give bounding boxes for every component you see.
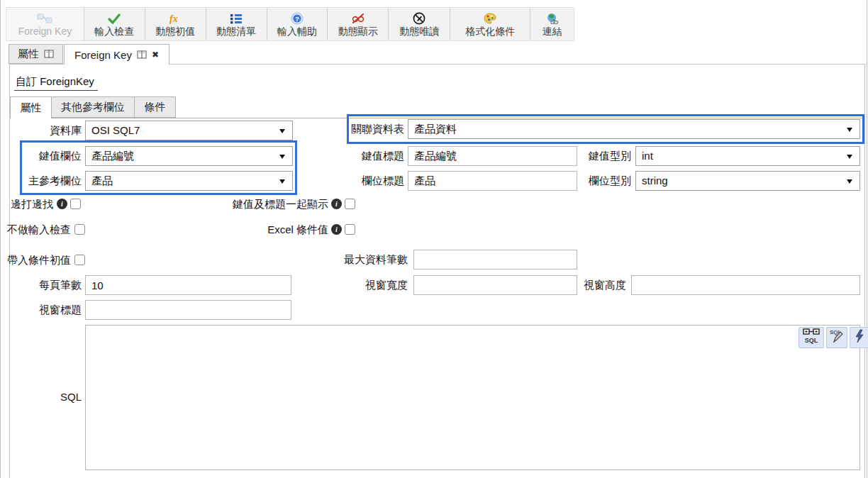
tab-foreign-key[interactable]: Foreign Key ✖ (64, 44, 169, 65)
tab-label: 屬性 (18, 48, 39, 61)
subtab-label: 屬性 (21, 101, 42, 115)
chevron-down-icon (279, 129, 285, 133)
toolbar-button-label: 動態清單 (216, 26, 256, 37)
main-ref-field-select[interactable]: 產品 (85, 171, 293, 191)
chevron-down-icon (847, 155, 852, 159)
foreign-key-icon (37, 11, 52, 26)
svg-text:SQL: SQL (805, 337, 818, 344)
palette-icon (484, 11, 496, 26)
subtab-label: 其他參考欄位 (61, 101, 125, 114)
toolbar-button-foreign-key[interactable]: Foreign Key (6, 8, 84, 40)
panel-right-border (864, 64, 865, 478)
sql-label: SQL (43, 391, 82, 403)
related-table-select[interactable]: 產品資料 (408, 119, 860, 139)
main-ref-field-label: 主參考欄位 (0, 171, 82, 191)
max-records-input[interactable] (413, 250, 577, 269)
no-input-check-checkbox[interactable] (74, 224, 85, 235)
sql-builder-button[interactable]: SQL (799, 327, 824, 348)
field-type-select-value: string (642, 174, 668, 187)
toolbar-button-label: 動態顯示 (338, 26, 378, 37)
sql-toolbar: SQL SQL (799, 327, 868, 348)
key-field-label: 鍵值欄位 (0, 146, 82, 166)
show-key-title-checkbox[interactable] (345, 199, 355, 209)
sql-edit-button[interactable]: SQL (826, 327, 847, 348)
key-field-select[interactable]: 產品編號 (85, 146, 293, 166)
window-width-input[interactable] (413, 275, 577, 295)
toolbar: Foreign Key 輸入檢查 fx 動態初值 動態清單 (6, 7, 574, 41)
show-key-title-label: 鍵值及標題一起顯示 (213, 199, 328, 210)
field-type-select[interactable]: string (635, 171, 860, 191)
sql-edit-icon: SQL (828, 328, 845, 348)
list-icon (230, 11, 243, 26)
toolbar-button-label: 輸入檢查 (94, 26, 134, 37)
subtab-other-ref-fields[interactable]: 其他參考欄位 (51, 96, 135, 118)
field-title-input[interactable] (408, 171, 577, 191)
search-as-type-checkbox[interactable] (70, 199, 81, 209)
excel-condition-checkbox[interactable] (345, 224, 355, 235)
toolbar-button-format-condition[interactable]: 格式化條件 (450, 8, 530, 40)
toolbar-button-label: 連結 (542, 26, 562, 37)
key-type-select-value: int (642, 150, 653, 162)
close-icon[interactable]: ✖ (152, 50, 159, 59)
toolbar-button-label: Foreign Key (18, 26, 72, 37)
window-right-border (867, 0, 867, 478)
toolbar-button-dynamic-list[interactable]: 動態清單 (206, 8, 267, 40)
toolbar-button-input-assist[interactable]: ? 輸入輔助 (267, 8, 328, 40)
tab-label: Foreign Key (74, 49, 132, 61)
open-book-icon (44, 50, 54, 58)
window-title-label: 視窗標題 (0, 300, 82, 320)
key-title-label: 鍵值標題 (326, 146, 404, 166)
related-table-label: 關聯資料表 (326, 119, 404, 139)
sql-textarea[interactable] (85, 325, 860, 470)
toolbar-button-dynamic-display[interactable]: 動態顯示 (328, 8, 389, 40)
database-select-value: OSI SQL7 (91, 124, 140, 136)
max-records-label: 最大資料筆數 (319, 250, 408, 269)
bring-condition-init-checkbox[interactable] (74, 255, 85, 265)
info-icon[interactable]: i (331, 224, 342, 235)
toolbar-button-dynamic-init[interactable]: fx 動態初值 (145, 8, 206, 40)
svg-text:fx: fx (169, 13, 178, 24)
search-as-type-label: 邊打邊找 (0, 199, 53, 210)
globe-link-icon (546, 11, 559, 26)
sql-run-button[interactable] (850, 327, 868, 348)
bring-condition-init-label: 帶入條件初值 (0, 255, 71, 266)
page-size-label: 每頁筆數 (0, 275, 82, 295)
toolbar-button-dynamic-readonly[interactable]: 動態唯讀 (389, 8, 450, 40)
toolbar-button-label: 動態唯讀 (399, 26, 439, 37)
subtab-label: 條件 (145, 101, 166, 114)
subtab-properties[interactable]: 屬性 (10, 96, 52, 118)
fx-icon: fx (168, 11, 182, 26)
related-table-select-value: 產品資料 (414, 123, 457, 135)
window-title-input[interactable] (85, 300, 291, 320)
sql-builder-icon: SQL (801, 328, 822, 348)
toolbar-button-link[interactable]: 連結 (530, 8, 574, 40)
chevron-down-icon (279, 179, 285, 184)
toolbar-button-label: 動態初值 (155, 26, 195, 37)
subtab-condition[interactable]: 條件 (134, 96, 176, 118)
open-book-icon (137, 50, 147, 59)
custom-foreignkey-link[interactable]: 自訂 ForeignKey (14, 75, 98, 91)
foreign-key-editor-window: Foreign Key 輸入檢查 fx 動態初值 動態清單 (0, 0, 868, 478)
help-icon: ? (291, 11, 304, 26)
toolbar-button-label: 格式化條件 (465, 26, 515, 37)
svg-text:?: ? (295, 15, 299, 23)
subtab-bottom-border (10, 118, 864, 118)
database-select[interactable]: OSI SQL7 (85, 121, 293, 140)
page-size-input[interactable] (85, 275, 291, 295)
no-input-check-label: 不做輸入檢查 (0, 224, 71, 235)
toolbar-button-label: 輸入輔助 (277, 26, 317, 37)
key-title-input[interactable] (408, 146, 577, 166)
tab-properties[interactable]: 屬性 (9, 44, 63, 64)
window-height-input[interactable] (631, 275, 860, 295)
toolbar-button-input-check[interactable]: 輸入檢查 (84, 8, 145, 40)
database-label: 資料庫 (0, 121, 82, 140)
key-type-select[interactable]: int (635, 146, 860, 166)
check-icon (108, 11, 121, 26)
lightning-icon (855, 329, 864, 346)
info-icon[interactable]: i (57, 199, 67, 209)
chevron-down-icon (847, 179, 852, 184)
field-title-label: 欄位標題 (326, 171, 404, 191)
info-icon[interactable]: i (331, 199, 342, 209)
main-ref-field-select-value: 產品 (91, 174, 113, 187)
chevron-down-icon (847, 128, 852, 132)
